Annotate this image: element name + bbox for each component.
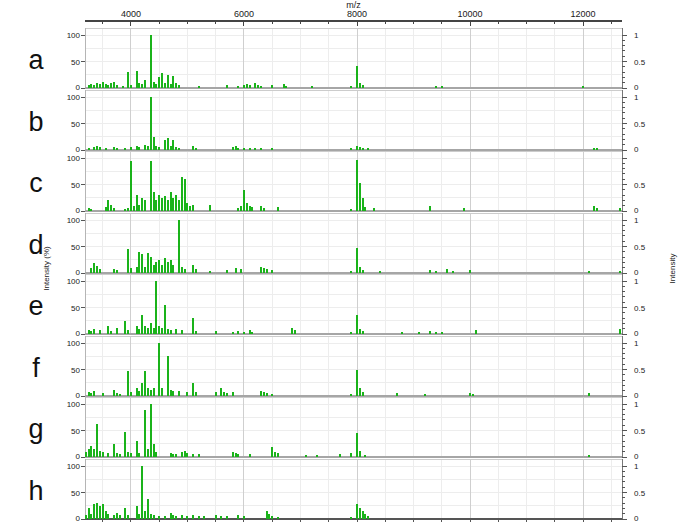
grid — [81, 336, 627, 396]
right-y-tick-label: 1 — [634, 339, 639, 348]
right-y-tick-label: 0.5 — [634, 427, 646, 436]
right-y-tick-label: 0.5 — [634, 58, 646, 67]
right-y-tick-label: 0.5 — [634, 365, 646, 374]
right-y-tick-label: 0.5 — [634, 242, 646, 251]
left-y-tick-label: 0 — [76, 514, 81, 522]
left-y-tick-label: 100 — [67, 277, 81, 286]
left-y-tick-label: 100 — [67, 400, 81, 409]
left-y-tick-label: 100 — [67, 216, 81, 225]
left-y-tick-label: 100 — [67, 339, 81, 348]
left-y-tick-label: 50 — [71, 242, 80, 251]
spectrum-panel-d: d10050010.50 — [0, 213, 685, 276]
right-y-axis-title: Intensity — [668, 234, 677, 304]
panel-letter: f — [32, 353, 40, 383]
right-y-tick-label: 0.5 — [634, 488, 646, 497]
left-y-tick-label: 50 — [71, 119, 80, 128]
grid — [81, 274, 627, 334]
spectrum-panel-f: f10050010.50 — [0, 336, 685, 399]
right-y-tick-label: 1 — [634, 31, 639, 40]
peaks — [88, 160, 621, 211]
mass-spectra-figure: m/z 4000600080001000012000 a10050010.50b… — [0, 0, 685, 524]
spectra-panels: a10050010.50b10050010.50c1005000.50d1005… — [0, 0, 685, 524]
left-y-tick-label: 50 — [71, 181, 80, 190]
right-y-tick-label: 0 — [634, 514, 639, 522]
left-y-tick-label: 100 — [67, 31, 81, 40]
right-y-tick-label: 1 — [634, 400, 639, 409]
panel-letter: g — [28, 414, 43, 444]
right-y-tick-label: 0.5 — [634, 119, 646, 128]
panel-letter: a — [28, 45, 44, 75]
grid — [81, 397, 627, 457]
right-y-tick-label: 0.5 — [634, 304, 646, 313]
spectrum-panel-h: h10050010.50 — [0, 459, 685, 522]
right-y-tick-label: 1 — [634, 93, 639, 102]
grid — [81, 90, 627, 150]
right-y-tick-label: 0.5 — [634, 181, 646, 190]
spectrum-panel-c: c1005000.50 — [0, 151, 685, 214]
left-y-axis-title: Intensity (%) — [42, 234, 51, 304]
spectrum-panel-g: g10050010.50 — [0, 397, 685, 460]
right-y-tick-label: 1 — [634, 277, 639, 286]
left-y-tick-label: 50 — [71, 427, 80, 436]
left-y-tick-label: 50 — [71, 58, 80, 67]
panel-letter: h — [28, 476, 43, 506]
left-y-tick-label: 50 — [71, 304, 80, 313]
left-y-tick-label: 100 — [67, 93, 81, 102]
left-y-tick-label: 100 — [67, 154, 81, 163]
right-y-tick-label: 1 — [634, 462, 639, 471]
panel-letter: b — [28, 107, 43, 137]
spectrum-panel-a: a10050010.50 — [0, 28, 685, 91]
grid — [81, 459, 627, 522]
grid — [81, 213, 627, 273]
right-y-tick-label: 1 — [634, 216, 639, 225]
spectrum-panel-e: e10050010.50 — [0, 274, 685, 337]
left-y-tick-label: 100 — [67, 462, 81, 471]
left-y-tick-label: 50 — [71, 488, 80, 497]
spectrum-panel-b: b10050010.50 — [0, 90, 685, 153]
left-y-tick-label: 50 — [71, 365, 80, 374]
panel-letter: c — [29, 168, 43, 198]
